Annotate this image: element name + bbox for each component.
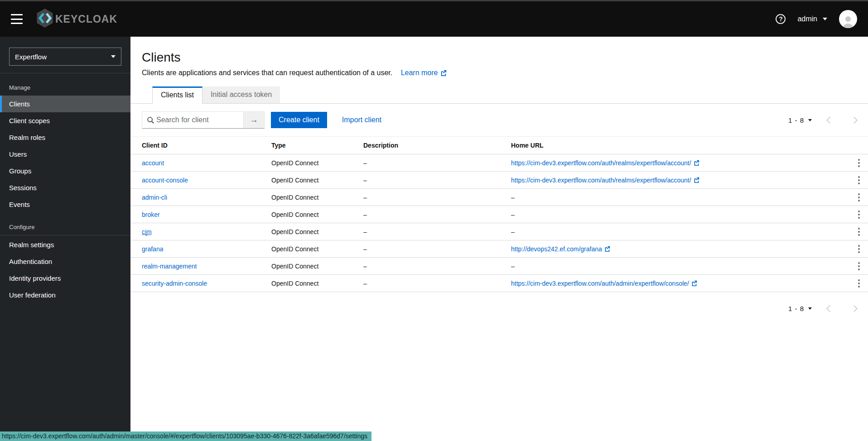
sidebar-item-groups[interactable]: Groups [0, 163, 130, 179]
client-description: – [363, 280, 511, 287]
tab-initial-access-token[interactable]: Initial access token [203, 86, 280, 103]
hamburger-menu-button[interactable] [11, 14, 23, 24]
chevron-right-icon[interactable] [847, 302, 861, 315]
client-id-link[interactable]: broker [142, 211, 160, 218]
cursor-hand-icon [143, 234, 151, 235]
client-home-url: http://devops242.ef.com/grafana [511, 245, 843, 253]
sidebar: Expertflow ManageClientsClient scopesRea… [0, 37, 130, 441]
avatar[interactable] [839, 10, 857, 28]
sidebar-item-events[interactable]: Events [0, 196, 130, 213]
user-menu-button[interactable]: admin [797, 15, 827, 23]
table-row: admin-cli OpenID Connect – – [130, 189, 868, 206]
client-description: – [363, 159, 511, 167]
nav-section-label: Manage [0, 81, 130, 96]
client-description: – [363, 211, 511, 218]
home-url-link[interactable]: https://cim-dev3.expertflow.com/auth/rea… [511, 159, 699, 167]
sidebar-item-identity-providers[interactable]: Identity providers [0, 270, 130, 287]
home-url-link[interactable]: https://cim-dev3.expertflow.com/auth/adm… [511, 280, 697, 287]
client-type: OpenID Connect [271, 194, 363, 201]
topbar-right: ? admin [776, 10, 857, 28]
search-submit-button[interactable]: → [243, 112, 264, 128]
search-icon [142, 112, 156, 128]
pagination-top: 1 - 8 [788, 113, 861, 127]
kebab-menu-button[interactable] [854, 259, 864, 273]
client-description: – [363, 228, 511, 235]
help-icon[interactable]: ? [776, 14, 786, 24]
client-id-link[interactable]: realm-management [142, 263, 197, 270]
client-type: OpenID Connect [271, 263, 363, 270]
page-title: Clients [142, 50, 857, 65]
external-link-icon [694, 160, 699, 166]
client-description: – [363, 245, 511, 253]
sidebar-item-client-scopes[interactable]: Client scopes [0, 112, 130, 129]
user-silhouette-icon [841, 14, 855, 28]
sidebar-item-users[interactable]: Users [0, 146, 130, 163]
client-home-url: https://cim-dev3.expertflow.com/auth/rea… [511, 177, 843, 184]
column-header-home-url: Home URL [511, 142, 843, 149]
search-input[interactable] [156, 112, 243, 128]
create-client-button[interactable]: Create client [271, 112, 327, 128]
client-type: OpenID Connect [271, 280, 363, 287]
column-header-client-id: Client ID [142, 142, 271, 149]
kebab-menu-button[interactable] [854, 156, 864, 170]
external-link-icon [604, 246, 610, 252]
sidebar-item-realm-settings[interactable]: Realm settings [0, 236, 130, 253]
import-client-link[interactable]: Import client [342, 116, 381, 124]
clients-table: Client IDTypeDescriptionHome URL account… [130, 136, 868, 292]
external-link-icon [694, 177, 699, 183]
table-row: realm-management OpenID Connect – – [130, 258, 868, 275]
chevron-left-icon[interactable] [823, 302, 836, 315]
learn-more-link[interactable]: Learn more [401, 69, 447, 77]
client-id-link[interactable]: security-admin-console [142, 280, 207, 287]
client-id-link[interactable]: admin-cli [142, 194, 167, 201]
table-row: grafana OpenID Connect – http://devops24… [130, 240, 868, 258]
pagination-range-button[interactable]: 1 - 8 [788, 305, 812, 312]
topbar: KEYCLOAK ? admin [0, 1, 868, 37]
chevron-left-icon[interactable] [823, 113, 836, 127]
client-id-link[interactable]: account [142, 159, 164, 167]
client-home-url: https://cim-dev3.expertflow.com/auth/adm… [511, 280, 843, 287]
keycloak-logo-icon [35, 8, 54, 30]
page-subtitle: Clients are applications and services th… [142, 69, 392, 77]
sidebar-item-realm-roles[interactable]: Realm roles [0, 129, 130, 146]
client-id-link[interactable]: account-console [142, 177, 188, 184]
client-description: – [363, 263, 511, 270]
tabs: Clients listInitial access token [130, 86, 868, 104]
table-row: security-admin-console OpenID Connect – … [130, 275, 868, 292]
column-header-type: Type [271, 142, 363, 149]
realm-selector[interactable]: Expertflow [9, 48, 121, 66]
sidebar-item-user-federation[interactable]: User federation [0, 287, 130, 303]
brand-text: KEYCLOAK [55, 13, 117, 25]
kebab-menu-button[interactable] [854, 191, 864, 204]
table-row: account-console OpenID Connect – https:/… [130, 172, 868, 189]
client-id-link[interactable]: grafana [142, 245, 163, 253]
realm-selector-box: Expertflow [0, 37, 130, 73]
pagination-range-button[interactable]: 1 - 8 [788, 116, 812, 124]
client-id-link[interactable]: cim [142, 228, 152, 235]
home-url-link[interactable]: https://cim-dev3.expertflow.com/auth/rea… [511, 177, 699, 184]
kebab-menu-button[interactable] [854, 277, 864, 290]
home-url-link[interactable]: http://devops242.ef.com/grafana [511, 245, 610, 253]
client-type: OpenID Connect [271, 211, 363, 218]
username: admin [797, 15, 817, 23]
kebab-menu-button[interactable] [854, 225, 864, 239]
table-row: account OpenID Connect – https://cim-dev… [130, 154, 868, 172]
kebab-menu-button[interactable] [854, 242, 864, 256]
nav-section-label: Configure [0, 221, 130, 235]
sidebar-nav: ManageClientsClient scopesRealm rolesUse… [0, 81, 130, 303]
caret-down-icon [111, 55, 116, 58]
external-link-icon [691, 280, 697, 286]
sidebar-item-clients[interactable]: Clients [0, 96, 130, 112]
client-home-url: – [511, 211, 843, 218]
page-header: Clients Clients are applications and ser… [130, 37, 868, 77]
sidebar-item-authentication[interactable]: Authentication [0, 253, 130, 270]
chevron-right-icon[interactable] [847, 113, 861, 127]
external-link-icon [440, 70, 447, 76]
kebab-menu-button[interactable] [854, 208, 864, 221]
caret-down-icon [808, 119, 812, 121]
sidebar-item-sessions[interactable]: Sessions [0, 179, 130, 196]
keycloak-logo: KEYCLOAK [35, 8, 117, 30]
kebab-menu-button[interactable] [854, 173, 864, 187]
client-type: OpenID Connect [271, 159, 363, 167]
tab-clients-list[interactable]: Clients list [152, 86, 203, 104]
